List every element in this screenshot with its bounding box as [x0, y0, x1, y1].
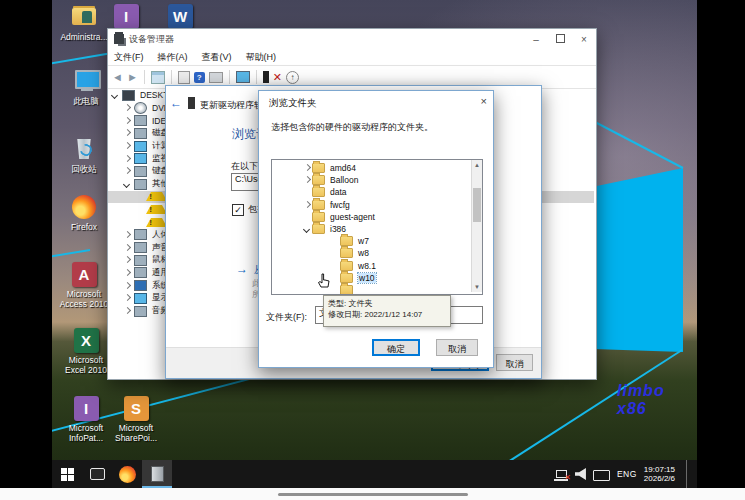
network-disconnected-icon[interactable] — [554, 467, 568, 481]
tree-expander-icon[interactable] — [302, 175, 312, 185]
show-console-tree-icon[interactable] — [151, 71, 165, 84]
keyboard-ime-icon[interactable] — [593, 470, 610, 481]
tree-expander-icon[interactable] — [122, 141, 132, 151]
scroll-down-icon[interactable]: ▼ — [472, 282, 482, 292]
ok-button[interactable]: 确定 — [372, 339, 420, 356]
update-driver-icon[interactable] — [263, 71, 269, 83]
tree-expander-icon[interactable] — [122, 128, 132, 138]
back-icon[interactable]: ◄ — [112, 71, 123, 83]
volume-icon[interactable] — [575, 468, 586, 480]
tree-expander-icon[interactable] — [302, 200, 312, 210]
gesture-pill[interactable] — [278, 493, 468, 496]
minimize-icon[interactable]: – — [524, 34, 548, 45]
tree-expander-icon[interactable] — [122, 166, 132, 176]
scroll-up-icon[interactable]: ▲ — [472, 160, 482, 170]
tooltip-date-line: 修改日期: 2022/1/12 14:07 — [328, 309, 446, 320]
tree-expander-icon[interactable] — [110, 90, 120, 100]
folder-tree-item[interactable]: w10 — [272, 272, 470, 284]
desktop-icon-recycle-bin[interactable]: 回收站 — [56, 136, 112, 174]
audio-icon — [134, 242, 147, 253]
tree-expander-icon[interactable] — [302, 163, 312, 173]
tree-spacer — [302, 187, 312, 197]
properties-icon[interactable] — [178, 71, 190, 84]
excel-icon: X — [58, 328, 114, 353]
menu-item[interactable]: 文件(F) — [114, 51, 144, 64]
taskbar: ENG 19:07:15 2026/2/6 — [52, 460, 697, 488]
cancel-button[interactable]: 取消 — [496, 354, 533, 371]
tree-spacer — [134, 192, 144, 202]
right-arrow-icon: → — [236, 262, 248, 276]
language-indicator[interactable]: ENG — [617, 469, 637, 479]
folder-name: amd64 — [330, 163, 356, 173]
folder-tree-item[interactable]: guest-agent — [272, 211, 470, 223]
browse-folder-dialog: 浏览文件夹 × 选择包含你的硬件的驱动程序的文件夹。 amd64Balloond… — [258, 90, 494, 368]
task-view-button[interactable] — [82, 460, 112, 488]
folder-tree-item[interactable]: fwcfg — [272, 199, 470, 211]
folder-tree-item[interactable]: amd64 — [272, 162, 470, 174]
tree-scrollbar[interactable]: ▲ ▼ — [471, 160, 482, 292]
menu-item[interactable]: 操作(A) — [158, 51, 188, 64]
desktop-icon-access[interactable]: AMicrosoft Access 2010 — [56, 262, 112, 309]
tree-expander-icon[interactable] — [122, 243, 132, 253]
tree-expander-icon[interactable] — [122, 230, 132, 240]
disable-device-icon[interactable]: ↑ — [286, 71, 299, 84]
close-icon[interactable]: × — [572, 34, 596, 45]
taskbar-firefox-button[interactable] — [112, 460, 142, 488]
folder-tree-item[interactable] — [272, 284, 470, 295]
menu-item[interactable]: 帮助(H) — [246, 51, 277, 64]
maximize-icon[interactable] — [548, 34, 572, 45]
tree-expander-icon[interactable] — [122, 116, 132, 126]
desktop-icon-excel[interactable]: XMicrosoft Excel 2010 — [58, 328, 114, 375]
show-desktop-button[interactable] — [686, 460, 691, 488]
folder-icon — [312, 187, 325, 197]
folder-tree-item[interactable]: Balloon — [272, 174, 470, 186]
desktop-icon-user-folder[interactable]: Administra... — [56, 4, 112, 42]
folder-name: w8 — [358, 248, 369, 258]
tree-expander-icon[interactable] — [122, 179, 132, 189]
folder-name: w10 — [358, 273, 376, 283]
scan-hardware-icon[interactable] — [236, 71, 250, 83]
folder-tree-box: amd64Balloondatafwcfgguest-agenti386w7w8… — [271, 159, 483, 295]
desktop-icon-firefox[interactable]: Firefox — [56, 194, 112, 232]
tree-expander-icon[interactable] — [302, 224, 312, 234]
forward-icon[interactable]: ► — [127, 71, 138, 83]
menu-item[interactable]: 查看(V) — [202, 51, 232, 64]
folder-tree-item[interactable]: w8 — [272, 247, 470, 259]
desktop-icon-label: 此电脑 — [58, 96, 114, 106]
tree-spacer — [134, 205, 144, 215]
folder-tree-item[interactable]: w7 — [272, 235, 470, 247]
tree-spacer — [330, 236, 340, 246]
tree-expander-icon[interactable] — [122, 103, 132, 113]
back-arrow-icon[interactable]: ← — [170, 96, 182, 110]
mouse-icon — [134, 255, 147, 266]
folder-tree-item[interactable]: w8.1 — [272, 260, 470, 272]
cancel-button[interactable]: 取消 — [436, 339, 478, 356]
folder-tree-item[interactable]: data — [272, 186, 470, 198]
taskbar-active-app-button[interactable] — [142, 460, 172, 488]
scrollbar-thumb[interactable] — [473, 188, 481, 222]
uninstall-device-icon[interactable]: ✕ — [273, 71, 282, 83]
help-icon[interactable]: ? — [194, 72, 205, 83]
folder-name: fwcfg — [330, 200, 350, 210]
monitor-icon — [134, 141, 147, 152]
desktop-icon-label: Administra... — [56, 32, 112, 42]
tooltip-type-line: 类型: 文件夹 — [328, 298, 446, 309]
desktop-icon-sharepoint[interactable]: SMicrosoft SharePoi... — [108, 396, 164, 443]
desktop-icon-infopath[interactable]: IMicrosoft InfoPat... — [58, 396, 114, 443]
clock[interactable]: 19:07:15 2026/2/6 — [644, 465, 675, 483]
list-view-icon[interactable] — [209, 72, 223, 83]
tree-expander-icon[interactable] — [122, 154, 132, 164]
tree-expander-icon[interactable] — [122, 306, 132, 316]
start-button[interactable] — [52, 460, 82, 488]
folder-icon — [312, 224, 325, 234]
folder-tree-item[interactable]: i386 — [272, 223, 470, 235]
other-icon — [134, 179, 147, 190]
tree-expander-icon[interactable] — [122, 293, 132, 303]
desktop-icon-this-pc[interactable]: 此电脑 — [58, 68, 114, 106]
close-icon[interactable]: × — [481, 95, 487, 107]
tree-expander-icon[interactable] — [122, 281, 132, 291]
monitor-icon — [134, 153, 147, 164]
tree-expander-icon[interactable] — [122, 268, 132, 278]
tree-expander-icon[interactable] — [122, 255, 132, 265]
windows-logo-icon — [61, 468, 74, 481]
